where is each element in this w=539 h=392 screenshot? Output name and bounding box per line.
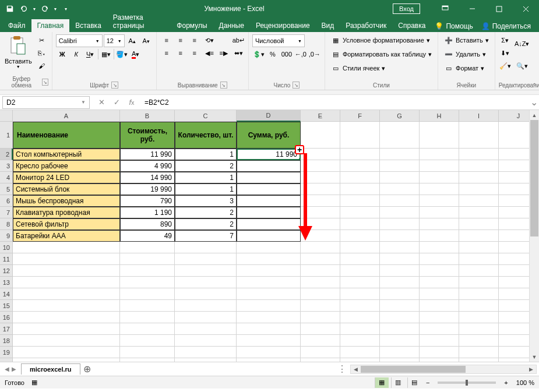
cell[interactable]: Стол компьютерный <box>13 149 120 160</box>
cell[interactable] <box>237 277 301 288</box>
cell[interactable] <box>340 207 380 218</box>
cell[interactable] <box>301 323 340 335</box>
cell[interactable] <box>420 160 459 172</box>
cell[interactable]: Батарейки AAA <box>13 230 120 242</box>
cell[interactable] <box>301 288 340 300</box>
cell[interactable] <box>420 242 459 253</box>
add-sheet-button[interactable]: ⊕ <box>80 363 94 375</box>
cell[interactable] <box>380 312 420 323</box>
cell[interactable]: Мышь беспроводная <box>13 195 120 207</box>
cell[interactable] <box>380 265 420 277</box>
cell[interactable] <box>175 242 237 253</box>
scroll-up-button[interactable]: ▲ <box>530 110 539 120</box>
tab-home[interactable]: Главная <box>31 19 70 32</box>
cell[interactable] <box>420 335 459 347</box>
cell[interactable] <box>459 288 499 300</box>
cell[interactable] <box>13 242 120 253</box>
row-header[interactable]: 16 <box>0 312 13 323</box>
ribbon-options-icon[interactable] <box>432 0 459 17</box>
redo-icon[interactable] <box>38 2 51 15</box>
cell[interactable]: 2 <box>175 160 237 172</box>
name-box[interactable]: D2▼ <box>2 96 90 109</box>
font-launcher[interactable]: ↘ <box>111 82 118 89</box>
row-header[interactable]: 14 <box>0 288 13 300</box>
cell[interactable] <box>13 265 120 277</box>
cell[interactable] <box>13 347 120 358</box>
cell[interactable]: 1 <box>175 149 237 160</box>
cell[interactable] <box>340 195 380 207</box>
conditional-formatting-button[interactable]: ▦Условное форматирование▾ <box>329 34 432 46</box>
macro-record-icon[interactable]: ▦ <box>31 379 37 386</box>
cell[interactable] <box>459 172 499 183</box>
fill-color-button[interactable]: 🪣▾ <box>115 48 128 60</box>
tab-help[interactable]: Справка <box>392 19 431 32</box>
cell[interactable] <box>459 347 499 358</box>
cell[interactable] <box>175 300 237 312</box>
column-header[interactable]: A <box>13 110 120 122</box>
cell[interactable] <box>237 300 301 312</box>
cell[interactable] <box>380 195 420 207</box>
cell[interactable] <box>237 253 301 265</box>
percent-button[interactable]: % <box>266 48 279 60</box>
cell[interactable] <box>380 300 420 312</box>
cell[interactable] <box>13 288 120 300</box>
vertical-scrollbar[interactable]: ▲ ▼ <box>529 110 539 362</box>
cut-button[interactable]: ✂ <box>36 34 48 46</box>
column-header[interactable]: E <box>301 110 340 122</box>
number-launcher[interactable]: ↘ <box>293 82 300 89</box>
cell[interactable] <box>459 230 499 242</box>
spreadsheet-grid[interactable]: ABCDEFGHIJ1НаименованиеСтоимость, руб.Ко… <box>0 110 539 362</box>
minimize-button[interactable] <box>459 0 485 17</box>
row-header[interactable]: 2 <box>0 149 13 160</box>
cell[interactable] <box>420 122 459 149</box>
cell[interactable] <box>420 207 459 218</box>
cell[interactable] <box>459 149 499 160</box>
cell[interactable] <box>459 195 499 207</box>
cell[interactable] <box>13 323 120 335</box>
cell[interactable] <box>120 312 175 323</box>
tell-me-button[interactable]: 💡Помощь <box>431 20 476 32</box>
column-header[interactable]: C <box>175 110 237 122</box>
column-header[interactable]: I <box>459 110 499 122</box>
cell[interactable] <box>301 122 340 149</box>
cell[interactable] <box>459 335 499 347</box>
cell[interactable] <box>380 288 420 300</box>
cell[interactable] <box>459 122 499 149</box>
increase-indent-button[interactable]: ≡▶ <box>217 47 230 59</box>
cell[interactable] <box>459 358 499 362</box>
expand-formula-bar-icon[interactable]: ⌄ <box>529 97 539 108</box>
column-header[interactable]: H <box>420 110 459 122</box>
cell[interactable] <box>380 358 420 362</box>
cell[interactable] <box>301 300 340 312</box>
cell[interactable] <box>120 288 175 300</box>
cell[interactable] <box>237 172 301 183</box>
sort-filter-button[interactable]: A↓Z▾ <box>514 34 530 53</box>
cell[interactable] <box>340 347 380 358</box>
font-name-input[interactable]: Calibri▼ <box>56 34 103 47</box>
increase-font-button[interactable]: A▴ <box>126 35 139 47</box>
vscroll-thumb[interactable] <box>530 120 538 236</box>
cell[interactable] <box>420 347 459 358</box>
cell[interactable] <box>340 265 380 277</box>
cell[interactable] <box>459 242 499 253</box>
cell[interactable] <box>175 323 237 335</box>
cell[interactable] <box>237 242 301 253</box>
cell[interactable] <box>175 358 237 362</box>
zoom-level[interactable]: 100 % <box>516 379 534 386</box>
cell[interactable] <box>301 358 340 362</box>
cell[interactable] <box>13 300 120 312</box>
cell[interactable] <box>237 230 301 242</box>
cell[interactable]: 2 <box>175 218 237 230</box>
cell[interactable]: 14 990 <box>120 172 175 183</box>
row-header[interactable]: 15 <box>0 300 13 312</box>
fill-button[interactable]: ⬇▾ <box>499 47 512 59</box>
cell[interactable]: 1 <box>175 183 237 195</box>
cell[interactable]: 2 <box>175 207 237 218</box>
cell[interactable] <box>459 323 499 335</box>
tab-view[interactable]: Вид <box>316 19 340 32</box>
tab-developer[interactable]: Разработчик <box>340 19 392 32</box>
paste-button[interactable]: Вставить ▼ <box>3 34 33 70</box>
cell[interactable] <box>301 242 340 253</box>
tab-insert[interactable]: Вставка <box>69 19 107 32</box>
cell[interactable] <box>237 160 301 172</box>
